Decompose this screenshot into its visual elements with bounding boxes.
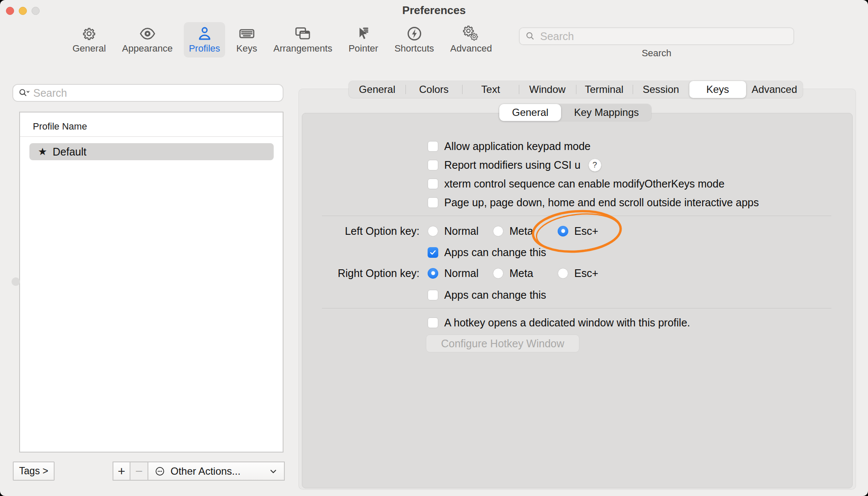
checkbox-unchecked[interactable] — [428, 179, 438, 189]
right-apps-can-change-row[interactable]: Apps can change this — [428, 289, 546, 301]
checkbox-row-scroll-outside[interactable]: Page up, page down, home and end scroll … — [428, 196, 759, 208]
right-option-normal[interactable]: Normal — [428, 267, 479, 279]
radio-label: Esc+ — [574, 267, 598, 280]
subtab-general[interactable]: General — [499, 104, 561, 121]
pointer-cursor-icon — [354, 25, 372, 43]
star-icon: ★ — [38, 147, 47, 157]
toolbar-item-arrangements[interactable]: Arrangements — [268, 22, 337, 58]
radio-unselected[interactable] — [558, 268, 568, 279]
tab-keys[interactable]: Keys — [689, 81, 746, 98]
window-title: Preferences — [0, 4, 868, 17]
checkbox-label: xterm control sequence can enable modify… — [444, 178, 724, 190]
toolbar-item-advanced[interactable]: Advanced — [445, 22, 497, 58]
ellipsis-circle-icon — [154, 466, 165, 477]
left-option-normal[interactable]: Normal — [428, 225, 479, 237]
help-button[interactable]: ? — [588, 159, 602, 172]
add-profile-button[interactable]: + — [113, 461, 130, 481]
search-menu-icon — [18, 87, 30, 98]
person-icon — [196, 25, 214, 43]
radio-label: Meta — [509, 267, 533, 280]
toolbar-item-label: Shortcuts — [394, 43, 434, 54]
chevron-down-icon — [269, 467, 278, 476]
toolbar: General Appearance Profiles — [67, 22, 497, 58]
double-gear-icon — [462, 25, 480, 43]
profile-list: Profile Name ★ Default — [19, 112, 284, 453]
windows-icon — [294, 25, 312, 43]
toolbar-search-caption: Search — [519, 48, 794, 59]
profile-row-default[interactable]: ★ Default — [29, 143, 274, 160]
toolbar-item-shortcuts[interactable]: Shortcuts — [389, 22, 439, 58]
right-option-esc[interactable]: Esc+ — [558, 267, 598, 279]
tab-general[interactable]: General — [349, 81, 405, 98]
profile-tabbar: General Colors Text Window Terminal Sess… — [349, 81, 803, 98]
remove-profile-button[interactable]: − — [130, 461, 148, 481]
lightning-bolt-icon — [405, 25, 423, 43]
toolbar-item-general[interactable]: General — [67, 22, 111, 58]
radio-label: Normal — [444, 267, 479, 280]
window-edge-dot — [12, 277, 20, 286]
left-option-meta[interactable]: Meta — [493, 225, 533, 237]
configure-hotkey-window-button[interactable]: Configure Hotkey Window — [426, 335, 579, 352]
checkbox-unchecked[interactable] — [428, 141, 438, 152]
right-option-meta[interactable]: Meta — [493, 267, 533, 279]
profile-search-field[interactable] — [12, 84, 284, 102]
tab-colors[interactable]: Colors — [405, 81, 462, 98]
toolbar-item-profiles[interactable]: Profiles — [184, 22, 225, 58]
keys-subtabs: General Key Mappings — [499, 104, 651, 121]
toolbar-search-field[interactable] — [519, 27, 794, 45]
left-apps-can-change-row[interactable]: Apps can change this — [428, 246, 546, 258]
tab-advanced[interactable]: Advanced — [746, 81, 803, 98]
checkbox-label: A hotkey opens a dedicated window with t… — [444, 317, 690, 329]
radio-label: Normal — [444, 225, 479, 237]
toolbar-item-keys[interactable]: Keys — [231, 22, 262, 58]
toolbar-item-label: Arrangements — [273, 43, 332, 54]
checkbox-label: Allow application keypad mode — [444, 140, 590, 153]
checkbox-unchecked[interactable] — [428, 197, 438, 208]
toolbar-item-label: Appearance — [122, 43, 173, 54]
toolbar-item-appearance[interactable]: Appearance — [117, 22, 178, 58]
tab-session[interactable]: Session — [633, 81, 689, 98]
checkbox-label: Report modifiers using CSI u — [444, 159, 581, 171]
radio-selected[interactable] — [558, 226, 568, 236]
tab-window[interactable]: Window — [519, 81, 576, 98]
eye-icon — [139, 25, 156, 43]
hotkey-row[interactable]: A hotkey opens a dedicated window with t… — [428, 317, 690, 329]
radio-unselected[interactable] — [428, 226, 438, 236]
other-actions-dropdown[interactable]: Other Actions... — [148, 461, 285, 481]
left-option-key-label: Left Option key: — [292, 225, 420, 237]
checkbox-label: Apps can change this — [444, 289, 546, 301]
toolbar-item-label: Pointer — [348, 43, 378, 54]
section-divider — [322, 216, 831, 216]
checkbox-unchecked[interactable] — [428, 317, 438, 328]
tab-text[interactable]: Text — [462, 81, 519, 98]
subtab-key-mappings[interactable]: Key Mappings — [561, 104, 651, 121]
checkbox-checked[interactable] — [428, 247, 438, 258]
profile-list-header: Profile Name — [33, 121, 87, 132]
checkbox-label: Page up, page down, home and end scroll … — [444, 196, 759, 209]
keyboard-icon — [238, 25, 256, 43]
search-icon — [525, 31, 536, 42]
left-option-esc[interactable]: Esc+ — [558, 225, 598, 237]
tab-terminal[interactable]: Terminal — [576, 81, 633, 98]
preferences-window: Preferences General Appearance — [0, 0, 868, 496]
checkbox-row-csi-u[interactable]: Report modifiers using CSI u ? — [428, 159, 602, 171]
tags-button[interactable]: Tags > — [13, 461, 55, 481]
toolbar-item-label: Advanced — [450, 43, 492, 54]
radio-unselected[interactable] — [493, 268, 503, 279]
radio-unselected[interactable] — [493, 226, 503, 236]
other-actions-label: Other Actions... — [171, 465, 240, 477]
checkbox-unchecked[interactable] — [428, 160, 438, 170]
section-divider — [322, 308, 831, 309]
checkbox-row-keypad-mode[interactable]: Allow application keypad mode — [428, 140, 590, 152]
toolbar-search-input[interactable] — [540, 30, 788, 43]
toolbar-item-label: Keys — [236, 43, 257, 54]
radio-label: Meta — [509, 225, 533, 237]
toolbar-item-pointer[interactable]: Pointer — [343, 22, 383, 58]
checkbox-unchecked[interactable] — [428, 290, 438, 300]
toolbar-item-label: General — [72, 43, 106, 54]
radio-selected[interactable] — [428, 268, 438, 279]
checkbox-row-modifyotherkeys[interactable]: xterm control sequence can enable modify… — [428, 178, 724, 190]
right-option-key-label: Right Option key: — [292, 267, 420, 279]
toolbar-item-label: Profiles — [189, 43, 220, 54]
profile-search-input[interactable] — [33, 87, 278, 99]
